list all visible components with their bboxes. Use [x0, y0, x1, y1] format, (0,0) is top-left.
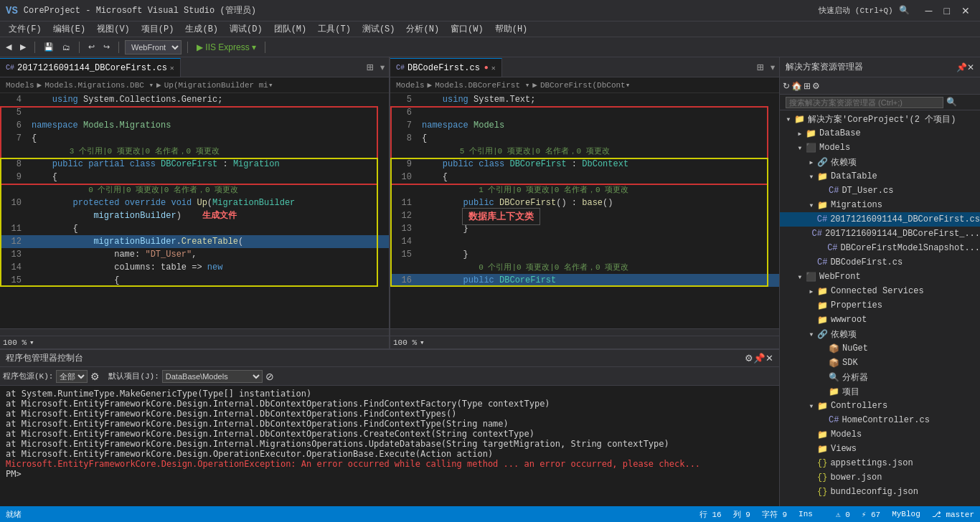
- tree-dt-user[interactable]: C# DT_User.cs: [780, 184, 980, 198]
- code-line: 7 {: [0, 132, 389, 145]
- tree-controllers[interactable]: ▼ 📁 Controllers: [780, 399, 980, 413]
- tree-wwwroot[interactable]: 📁 wwwroot: [780, 313, 980, 327]
- status-char: 字符 9: [762, 509, 787, 520]
- menu-team[interactable]: 团队(M): [268, 22, 313, 37]
- tree-migration-2[interactable]: C# 20171216091144_DBCoreFirst_...: [780, 227, 980, 241]
- menu-file[interactable]: 文件(F): [3, 22, 47, 37]
- redo-button[interactable]: ↪: [100, 41, 113, 53]
- forward-button[interactable]: ▶: [17, 41, 29, 53]
- tree-deps[interactable]: ▶ 🔗 依赖项: [780, 155, 980, 169]
- left-tab-close[interactable]: ✕: [170, 64, 174, 72]
- tree-migrations-folder[interactable]: ▼ 📁 Migrations: [780, 198, 980, 212]
- tree-snapshot[interactable]: C# DBCoreFirstModelSnapshot...: [780, 241, 980, 255]
- right-tab-close[interactable]: ✕: [491, 64, 496, 72]
- right-tab-active[interactable]: C# DBCodeFirst.cs ● ✕: [390, 58, 502, 77]
- right-code-area[interactable]: 数据库上下文类 5 using System.Text; 6: [390, 93, 779, 328]
- tree-sdk[interactable]: 📦 SDK: [780, 356, 980, 370]
- window-title: CoreProject - Microsoft Visual Studio (管…: [24, 4, 819, 16]
- menu-debug[interactable]: 调试(D): [224, 22, 268, 37]
- tree-nuget[interactable]: 📦 NuGet: [780, 341, 980, 356]
- se-close-button[interactable]: ✕: [967, 62, 974, 72]
- right-tab-scroll[interactable]: ▾: [766, 60, 779, 75]
- pkg-pin-button[interactable]: 📌: [753, 353, 765, 364]
- cs-icon4: C#: [827, 243, 837, 253]
- tree-appsettings[interactable]: {} appsettings.json: [780, 456, 980, 470]
- tree-solution[interactable]: ▼ 📁 解决方案'CoreProject'(2 个项目): [780, 112, 980, 126]
- solution-label: 解决方案'CoreProject'(2 个项目): [808, 113, 956, 125]
- run-button[interactable]: ▶ IIS Express ▾: [194, 41, 259, 54]
- zoom-icon: ▾: [29, 338, 34, 347]
- wf-models-label: Models: [831, 430, 862, 440]
- se-sync-button[interactable]: ↻: [783, 81, 790, 91]
- se-home-button[interactable]: 🏠: [791, 81, 802, 91]
- tree-analyzers[interactable]: 🔍 分析器: [780, 370, 980, 384]
- project-dropdown[interactable]: WebFront: [125, 40, 182, 54]
- minimize-button[interactable]: ─: [921, 5, 937, 16]
- split-button[interactable]: ⊞: [364, 60, 377, 75]
- code-line: 5: [0, 106, 389, 119]
- pkg-content[interactable]: at System.RuntimeType.MakeGenericType(Ty…: [0, 386, 779, 506]
- se-filter-button[interactable]: ⚙: [812, 81, 820, 91]
- right-scrollbar[interactable]: [390, 328, 779, 336]
- menu-tools[interactable]: 工具(T): [312, 22, 357, 37]
- pkg-settings-btn2[interactable]: ⚙: [90, 371, 100, 382]
- left-tab-active[interactable]: C# 20171216091144_DBCoreFirst.cs ✕: [0, 58, 181, 77]
- migrations-label: Migrations: [831, 200, 882, 210]
- se-search-input[interactable]: [786, 97, 943, 108]
- pkg-source-dropdown[interactable]: 全部: [56, 370, 88, 383]
- menu-edit[interactable]: 编辑(E): [47, 22, 92, 37]
- tree-webfront-deps[interactable]: ▼ 🔗 依赖项: [780, 327, 980, 341]
- breadcrumb-sep1: ▶: [37, 80, 42, 90]
- left-code-area[interactable]: 4 using System.Collections.Generic; 5 6 …: [0, 93, 389, 328]
- se-expand-button[interactable]: ⊞: [804, 81, 811, 91]
- pkg-clear-button[interactable]: ⊘: [265, 371, 274, 382]
- tree-webfront-models[interactable]: 📁 Models: [780, 427, 980, 442]
- tree-bower[interactable]: {} bower.json: [780, 470, 980, 485]
- code-line: migrationBuilder) 生成文件: [0, 209, 389, 222]
- menu-help[interactable]: 帮助(H): [489, 22, 534, 37]
- right-tab-label: DBCodeFirst.cs: [407, 63, 480, 73]
- tree-migration-1[interactable]: C# 20171216091144_DBCoreFirst.cs: [780, 212, 980, 227]
- pkg-close-button[interactable]: ✕: [765, 353, 773, 364]
- tab-scroll-down[interactable]: ▾: [376, 60, 389, 75]
- back-button[interactable]: ◀: [3, 41, 14, 53]
- se-toolbar: ↻ 🏠 ⊞ ⚙: [780, 77, 980, 95]
- menu-test[interactable]: 测试(S): [357, 22, 401, 37]
- code-line: 4 using System.Collections.Generic;: [0, 93, 389, 106]
- no-arrow10: [817, 360, 829, 366]
- pkg-settings-button[interactable]: ⚙: [745, 353, 753, 364]
- pkg-line-3: at Microsoft.EntityFrameworkCore.Design.…: [6, 409, 773, 419]
- tree-connected-services[interactable]: ▶ 📁 Connected Services: [780, 284, 980, 298]
- pkg-default-project-dropdown[interactable]: DataBase\Models: [162, 370, 263, 383]
- code-line: 6: [390, 106, 779, 119]
- save-button[interactable]: 💾: [41, 41, 57, 53]
- tree-webfront-project[interactable]: ▼ ⬛ WebFront: [780, 270, 980, 284]
- wwwroot-icon: 📁: [817, 315, 828, 326]
- tree-models-project[interactable]: ▼ ⬛ Models: [780, 141, 980, 155]
- maximize-button[interactable]: □: [940, 5, 954, 16]
- save-all-button[interactable]: 🗂: [60, 42, 73, 53]
- left-scrollbar[interactable]: [0, 328, 389, 336]
- menu-view[interactable]: 视图(V): [91, 22, 136, 37]
- close-button[interactable]: ✕: [957, 5, 974, 16]
- right-split-button[interactable]: ⊞: [754, 60, 767, 75]
- tree-database[interactable]: ▶ 📁 DataBase: [780, 126, 980, 141]
- undo-button[interactable]: ↩: [85, 41, 98, 53]
- tree-datatable-folder[interactable]: ▼ 📁 DataTable: [780, 169, 980, 184]
- tree-views[interactable]: 📁 Views: [780, 442, 980, 456]
- tree-homecontroller[interactable]: C# HomeController.cs: [780, 413, 980, 427]
- se-search-icon[interactable]: 🔍: [946, 97, 957, 108]
- tree-properties[interactable]: 📁 Properties: [780, 298, 980, 313]
- menu-window[interactable]: 窗口(W): [445, 22, 489, 37]
- menu-project[interactable]: 项目(P): [136, 22, 180, 37]
- menu-build[interactable]: 生成(B): [179, 22, 224, 37]
- tree-projects-ref[interactable]: 📁 项目: [780, 384, 980, 399]
- se-pin-button[interactable]: 📌: [956, 62, 967, 72]
- tree-dbcodefirst[interactable]: C# DBCodeFirst.cs: [780, 255, 980, 270]
- menu-analyze[interactable]: 分析(N): [400, 22, 445, 37]
- window-controls: ─ □ ✕: [921, 5, 974, 16]
- right-tab-bar: C# DBCodeFirst.cs ● ✕ ⊞ ▾: [390, 57, 779, 77]
- menu-bar: 文件(F) 编辑(E) 视图(V) 项目(P) 生成(B) 调试(D) 团队(M…: [0, 22, 980, 37]
- tree-bundleconfig[interactable]: {} bundleconfig.json: [780, 485, 980, 499]
- quick-launch-label: 快速启动 (Ctrl+Q): [819, 5, 892, 16]
